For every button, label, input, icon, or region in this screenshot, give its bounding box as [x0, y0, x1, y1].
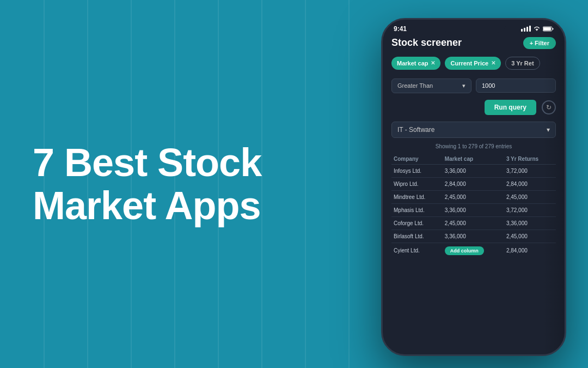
cell-yr-returns: 2,84,000	[504, 177, 556, 190]
col-yr-returns: 3 Yr Returns	[504, 154, 556, 165]
cell-company: Infosys Ltd.	[391, 164, 443, 177]
table-row: Cyient Ltd.Add column2,84,000	[391, 243, 556, 258]
status-time: 9:41	[394, 25, 407, 33]
stock-table: Company Market cap 3 Yr Returns Infosys …	[391, 154, 556, 258]
screen-title: Stock screener	[391, 37, 462, 49]
heading-line1: 7 Best Stock	[33, 140, 261, 184]
cell-market-cap: 2,45,000	[443, 216, 504, 230]
phone-frame: 9:41	[381, 18, 566, 356]
table-row: Mindtree Ltd.2,45,0002,45,000	[391, 190, 556, 203]
wifi-icon	[533, 26, 541, 32]
cell-yr-returns: 3,36,000	[504, 216, 556, 230]
hero-text: 7 Best Stock Market Apps	[33, 141, 261, 227]
cell-company: Birlasoft Ltd.	[391, 230, 443, 243]
table-row: Coforge Ltd.2,45,0003,36,000	[391, 216, 556, 230]
cell-market-cap: 2,84,000	[443, 177, 504, 190]
svg-rect-2	[553, 28, 554, 29]
chip-current-price[interactable]: Current Price ✕	[445, 57, 501, 70]
query-row: Greater Than ▾ 1000	[391, 79, 556, 93]
cell-company: Cyient Ltd.	[391, 243, 443, 258]
phone-mockup: 9:41	[381, 11, 566, 363]
chip-3yr-return[interactable]: 3 Yr Ret	[505, 57, 540, 70]
cell-market-cap: Add column	[443, 243, 504, 258]
table-header-row: Company Market cap 3 Yr Returns	[391, 154, 556, 165]
table-row: Infosys Ltd.3,36,0003,72,000	[391, 164, 556, 177]
add-column-button[interactable]: Add column	[445, 246, 484, 255]
cell-yr-returns: 3,72,000	[504, 203, 556, 216]
heading-line2: Market Apps	[33, 184, 260, 227]
phone-notch	[441, 20, 506, 33]
value-input[interactable]: 1000	[476, 79, 556, 93]
signal-icon	[521, 26, 531, 32]
table-row: Mphasis Ltd.3,36,0003,72,000	[391, 203, 556, 216]
cell-yr-returns: 2,84,000	[504, 243, 556, 258]
cell-company: Mphasis Ltd.	[391, 203, 443, 216]
chip-market-cap[interactable]: Market cap ✕	[391, 57, 440, 70]
cell-market-cap: 3,36,000	[443, 164, 504, 177]
run-query-button[interactable]: Run query	[485, 100, 536, 115]
cell-yr-returns: 2,45,000	[504, 190, 556, 203]
cell-company: Wipro Ltd.	[391, 177, 443, 190]
entries-info: Showing 1 to 279 of 279 entries	[391, 143, 556, 149]
filter-chips-row: Market cap ✕ Current Price ✕ 3 Yr Ret	[391, 57, 556, 70]
filter-button[interactable]: + Filter	[523, 37, 556, 49]
refresh-icon[interactable]: ↻	[542, 100, 556, 114]
col-company: Company	[391, 154, 443, 165]
table-row: Wipro Ltd.2,84,0002,84,000	[391, 177, 556, 190]
cell-market-cap: 2,45,000	[443, 190, 504, 203]
cell-company: Mindtree Ltd.	[391, 190, 443, 203]
svg-rect-1	[543, 27, 551, 31]
battery-icon	[543, 26, 554, 32]
page-title: 7 Best Stock Market Apps	[33, 141, 261, 227]
status-icons	[521, 26, 554, 32]
sector-dropdown[interactable]: IT - Software ▾	[391, 122, 556, 138]
phone-screen: Stock screener + Filter Market cap ✕ Cur…	[383, 35, 565, 345]
greater-than-dropdown[interactable]: Greater Than ▾	[391, 79, 471, 93]
screen-header: Stock screener + Filter	[391, 37, 556, 49]
run-query-row: Run query ↻	[391, 100, 556, 115]
cell-market-cap: 3,36,000	[443, 203, 504, 216]
table-row: Birlasoft Ltd.3,36,0002,45,000	[391, 230, 556, 243]
cell-yr-returns: 2,45,000	[504, 230, 556, 243]
cell-market-cap: 3,36,000	[443, 230, 504, 243]
cell-company: Coforge Ltd.	[391, 216, 443, 230]
col-market-cap: Market cap	[443, 154, 504, 165]
cell-yr-returns: 3,72,000	[504, 164, 556, 177]
